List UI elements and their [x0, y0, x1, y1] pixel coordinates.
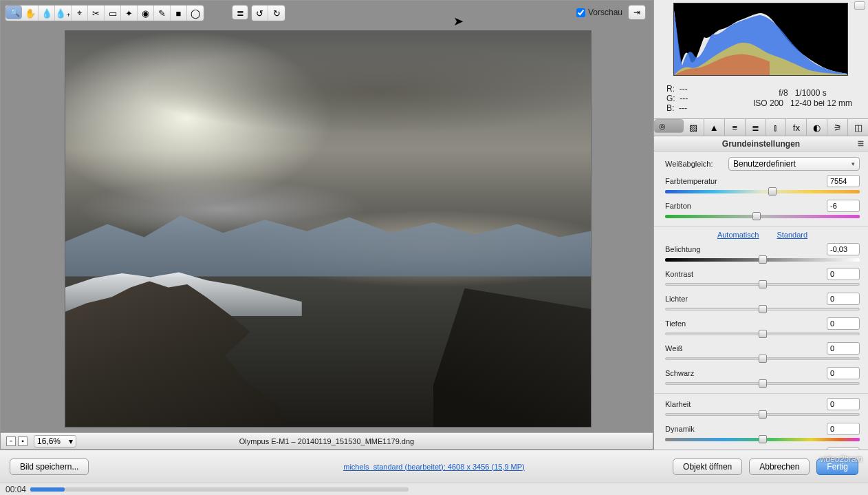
- tint-thumb[interactable]: [752, 212, 761, 220]
- side-panel: R: --- G: --- B: --- f/8 1/1000 s ISO 20…: [653, 0, 868, 450]
- histogram-section: [654, 0, 868, 81]
- zoom-select[interactable]: 16,6% ▾: [34, 435, 76, 447]
- status-time: 00:04: [6, 485, 26, 494]
- rotate-ccw-icon[interactable]: ↺: [252, 6, 268, 21]
- wb-label: Weißabgleich:: [665, 160, 728, 168]
- prefs-icon[interactable]: ≣: [232, 5, 248, 20]
- auto-link[interactable]: Automatisch: [717, 231, 759, 239]
- fit-100-icon[interactable]: ▪: [18, 436, 28, 446]
- panel-menu-icon[interactable]: ☰: [858, 140, 864, 147]
- lichter-thumb[interactable]: [759, 305, 767, 313]
- histogram-toggle-icon[interactable]: [854, 1, 865, 10]
- schwarz-input[interactable]: [827, 367, 860, 379]
- main-canvas-area: 🔍✋💧💧₊⌖✂▭✦◉✎■◯ ≣ ↺ ↻ Vorschau ⇥ ▫ ▪ 16,6%…: [0, 0, 653, 450]
- dynamik-input[interactable]: [827, 423, 860, 435]
- slider-kontrast: Kontrast: [665, 268, 860, 288]
- footer-bar: Bild speichern... michels_standard (bear…: [0, 450, 868, 483]
- fit-window-icon[interactable]: ▫: [6, 436, 16, 446]
- panel-tab-6[interactable]: fx: [786, 119, 807, 136]
- panel-tab-4[interactable]: ≣: [746, 119, 766, 136]
- save-image-button[interactable]: Bild speichern...: [10, 459, 89, 475]
- klarheit-thumb[interactable]: [759, 410, 767, 419]
- temp-thumb[interactable]: [768, 187, 777, 196]
- target-wb-tool-icon[interactable]: ⌖: [72, 6, 88, 21]
- progress-fill: [30, 487, 65, 492]
- preview-label: Vorschau: [588, 8, 622, 17]
- crop-tool-icon[interactable]: ✂: [88, 6, 105, 21]
- cancel-button[interactable]: Abbrechen: [749, 459, 810, 475]
- slider-klarheit: Klarheit: [665, 398, 860, 419]
- panel-tab-7[interactable]: ◐: [807, 119, 827, 136]
- tiefen-thumb[interactable]: [759, 330, 767, 338]
- info-row: R: --- G: --- B: --- f/8 1/1000 s ISO 20…: [654, 81, 868, 118]
- slider-tiefen: Tiefen: [665, 317, 860, 338]
- kontrast-thumb[interactable]: [759, 280, 767, 288]
- zoom-tool-icon[interactable]: 🔍: [6, 6, 22, 19]
- panel-tab-5[interactable]: ⫿: [766, 119, 787, 136]
- done-button[interactable]: Fertig: [816, 459, 858, 475]
- wb-select[interactable]: Benutzerdefiniert ▾: [728, 157, 860, 171]
- basic-panel: Weißabgleich: Benutzerdefiniert ▾ Farbte…: [654, 151, 868, 472]
- kontrast-input[interactable]: [827, 268, 860, 280]
- dynamik-thumb[interactable]: [759, 435, 767, 443]
- preview-checkbox[interactable]: [576, 8, 585, 17]
- rgb-readout: R: --- G: --- B: ---: [666, 84, 688, 113]
- rotate-group: ↺ ↻: [251, 5, 285, 21]
- eyedropper-tool-icon[interactable]: 💧: [39, 6, 55, 21]
- slider-lichter: Lichter: [665, 293, 860, 313]
- slider-dynamik: Dynamik: [665, 423, 860, 443]
- weiß-thumb[interactable]: [759, 355, 767, 363]
- tint-input[interactable]: [827, 200, 860, 212]
- tiefen-input[interactable]: [827, 317, 860, 330]
- belichtung-thumb[interactable]: [759, 255, 767, 264]
- panel-tab-0[interactable]: ◎: [654, 119, 684, 133]
- schwarz-thumb[interactable]: [759, 379, 767, 388]
- slider-weiß: Weiß: [665, 342, 860, 363]
- progress-track: [65, 487, 409, 492]
- chevron-updown-icon: ▾: [851, 160, 855, 167]
- rotate-cw-icon[interactable]: ↻: [268, 6, 285, 21]
- lichter-input[interactable]: [827, 293, 860, 305]
- temp-slider: Farbtemperatur: [665, 175, 860, 196]
- klarheit-input[interactable]: [827, 398, 860, 410]
- belichtung-input[interactable]: [827, 243, 860, 255]
- weiß-input[interactable]: [827, 342, 860, 355]
- exif-readout: f/8 1/1000 s ISO 200 12-40 bei 12 mm: [744, 88, 861, 109]
- file-name-label: Olympus E-M1 – 20140119_151530_MME1179.d…: [239, 437, 414, 445]
- panel-tab-3[interactable]: ≡: [725, 119, 746, 136]
- panel-tab-2[interactable]: ▲: [704, 119, 725, 136]
- panel-tab-8[interactable]: ⚞: [827, 119, 848, 136]
- canvas-bottom-bar: ▫ ▪ 16,6% ▾ Olympus E-M1 – 20140119_1515…: [1, 432, 653, 449]
- grad-oval-tool-icon[interactable]: ◯: [187, 6, 204, 21]
- slider-schwarz: Schwarz: [665, 367, 860, 388]
- straighten-tool-icon[interactable]: ▭: [105, 6, 121, 21]
- status-bar: 00:04: [0, 483, 868, 495]
- tool-toolbar: 🔍✋💧💧₊⌖✂▭✦◉✎■◯: [5, 5, 204, 21]
- temp-input[interactable]: [827, 175, 860, 187]
- panel-title: Grundeinstellungen ☰: [654, 136, 868, 151]
- grad-rect-tool-icon[interactable]: ■: [171, 6, 187, 21]
- open-object-button[interactable]: Objekt öffnen: [673, 459, 742, 475]
- default-link[interactable]: Standard: [777, 231, 807, 239]
- image-preview[interactable]: [65, 31, 591, 427]
- histogram[interactable]: [673, 3, 848, 76]
- panel-tab-9[interactable]: ◫: [848, 119, 868, 136]
- preview-checkbox-label[interactable]: Vorschau: [576, 8, 622, 17]
- slider-belichtung: Belichtung: [665, 243, 860, 264]
- panel-tabs: ◎▨▲≡≣⫿fx◐⚞◫: [654, 118, 868, 136]
- panel-tab-1[interactable]: ▨: [684, 119, 704, 136]
- redeye-tool-icon[interactable]: ◉: [138, 6, 154, 21]
- brush-tool-icon[interactable]: ✎: [154, 6, 171, 21]
- chevron-down-icon: ▾: [69, 436, 73, 446]
- tint-slider: Farbton: [665, 200, 860, 220]
- spot-tool-icon[interactable]: ✦: [121, 6, 138, 21]
- workflow-preset-link[interactable]: michels_standard (bearbeitet): 4608 x 34…: [343, 463, 525, 471]
- eyedropper-plus-tool-icon[interactable]: 💧₊: [55, 6, 72, 21]
- zoom-value: 16,6%: [37, 436, 61, 446]
- hand-tool-icon[interactable]: ✋: [22, 6, 39, 21]
- toggle-panels-button[interactable]: ⇥: [628, 5, 646, 20]
